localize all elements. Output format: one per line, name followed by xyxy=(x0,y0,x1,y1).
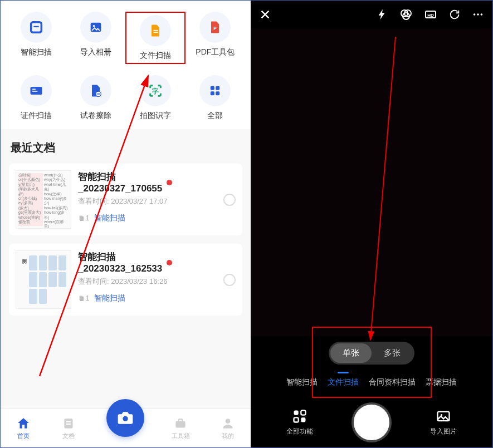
feature-label: 文件扫描 xyxy=(140,51,171,61)
scan-mode-tabs: 智能扫描文件扫描合同资料扫描票据扫描 xyxy=(251,373,492,392)
document-item[interactable]: 么时候)or(什么颜色)y(星期几)(年龄多大几岁)ch(多少钱)ey(多高)(… xyxy=(9,164,242,235)
feature-erase[interactable]: 试卷擦除 xyxy=(66,75,125,121)
bottom-navigation: 首页 文档 工具箱 我的 xyxy=(1,408,251,447)
feature-scan[interactable]: 智能扫描 xyxy=(6,12,66,64)
feature-grid[interactable]: 全部 xyxy=(186,75,245,121)
feature-ocr[interactable]: 字 拍图识字 xyxy=(125,75,185,121)
svg-rect-8 xyxy=(32,89,36,90)
feature-label: 导入相册 xyxy=(80,47,111,57)
close-icon[interactable] xyxy=(259,8,271,21)
document-page-count: 1 xyxy=(78,294,90,302)
scan-mode-tab[interactable]: 文件扫描 xyxy=(328,377,359,387)
feature-label: 证件扫描 xyxy=(21,111,52,121)
camera-controls: 单张 多张 智能扫描文件扫描合同资料扫描票据扫描 xyxy=(251,336,492,397)
unread-indicator xyxy=(167,260,172,265)
feature-label: 拍图识字 xyxy=(140,111,171,121)
document-subtitle: _20230323_162533 xyxy=(78,263,162,274)
camera-top-bar: HD xyxy=(251,1,492,28)
scan-mode-tab[interactable]: 合同资料扫描 xyxy=(369,377,416,387)
scan-icon xyxy=(21,12,52,43)
feature-idcard[interactable]: 证件扫描 xyxy=(6,75,66,121)
refresh-icon[interactable] xyxy=(448,8,461,21)
svg-line-36 xyxy=(370,37,396,340)
import-image-button[interactable]: 导入图片 xyxy=(430,408,457,436)
document-page-count: 1 xyxy=(78,214,90,222)
feature-file[interactable]: 文件扫描 xyxy=(125,12,185,64)
document-item[interactable]: 图文区别 智能扫描 _20230323_162533 查看时间: 2023/03… xyxy=(9,244,242,316)
document-thumbnail: 么时候)or(什么颜色)y(星期几)(年龄多大几岁)ch(多少钱)ey(多高)(… xyxy=(16,170,71,229)
camera-bottom-bar: 全部功能 导入图片 xyxy=(251,397,492,447)
svg-point-3 xyxy=(93,25,95,27)
nav-tools[interactable]: 工具箱 xyxy=(172,416,190,440)
image-icon xyxy=(80,12,111,43)
document-tag: 智能扫描 xyxy=(94,213,125,223)
svg-text:P: P xyxy=(214,26,217,31)
docs-icon xyxy=(61,416,76,431)
image-icon xyxy=(436,408,451,424)
recent-docs-title: 最近文档 xyxy=(1,129,251,164)
more-icon[interactable] xyxy=(472,8,484,21)
grid-icon xyxy=(292,408,307,424)
app-home-screen: 智能扫描 导入相册 文件扫描 P PDF工具包 证件扫描 试卷擦除 字 拍图识字… xyxy=(1,1,251,447)
svg-rect-5 xyxy=(154,32,158,33)
multi-page-toggle[interactable]: 多张 xyxy=(372,343,413,363)
annotation-arrow-right xyxy=(334,34,401,343)
document-select-radio[interactable] xyxy=(223,274,236,286)
svg-rect-24 xyxy=(179,419,183,421)
feature-label: 全部 xyxy=(207,111,223,121)
document-select-radio[interactable] xyxy=(223,194,236,206)
erase-icon xyxy=(80,75,111,106)
svg-rect-4 xyxy=(154,30,158,31)
svg-rect-21 xyxy=(66,421,71,422)
feature-label: PDF工具包 xyxy=(196,47,235,57)
svg-point-33 xyxy=(474,13,476,16)
svg-rect-22 xyxy=(66,424,71,425)
feature-pdf[interactable]: P PDF工具包 xyxy=(186,12,245,64)
ocr-icon: 字 xyxy=(140,75,171,106)
document-time: 查看时间: 2023/03/23 16:26 xyxy=(78,277,236,287)
all-features-button[interactable]: 全部功能 xyxy=(286,408,313,436)
toolbox-icon xyxy=(173,416,188,431)
scan-mode-tab[interactable]: 票据扫描 xyxy=(426,377,457,387)
svg-rect-15 xyxy=(216,91,220,95)
grid-icon xyxy=(199,75,231,106)
document-subtitle: _20230327_170655 xyxy=(78,183,162,194)
feature-grid: 智能扫描 导入相册 文件扫描 P PDF工具包 证件扫描 试卷擦除 字 拍图识字… xyxy=(1,1,251,129)
document-time: 查看时间: 2023/03/27 17:07 xyxy=(78,196,236,206)
feature-label: 试卷擦除 xyxy=(80,111,111,121)
svg-rect-17 xyxy=(80,216,84,221)
nav-mine[interactable]: 我的 xyxy=(221,416,235,440)
document-list: 么时候)or(什么颜色)y(星期几)(年龄多大几岁)ch(多少钱)ey(多高)(… xyxy=(1,164,251,408)
single-page-toggle[interactable]: 单张 xyxy=(330,343,372,363)
scan-mode-tab[interactable]: 智能扫描 xyxy=(286,377,318,387)
svg-rect-40 xyxy=(301,417,306,422)
feature-label: 智能扫描 xyxy=(21,47,52,57)
document-thumbnail: 图文区别 xyxy=(16,250,71,309)
svg-rect-19 xyxy=(80,297,84,301)
filter-icon[interactable] xyxy=(399,8,413,21)
svg-rect-38 xyxy=(301,411,306,415)
svg-rect-12 xyxy=(211,86,214,90)
pdf-icon: P xyxy=(199,12,231,43)
file-icon xyxy=(140,15,171,46)
svg-text:字: 字 xyxy=(152,87,159,95)
camera-viewfinder xyxy=(251,28,492,336)
person-icon xyxy=(221,416,235,431)
svg-rect-37 xyxy=(294,411,299,415)
home-icon xyxy=(16,416,31,431)
feature-image[interactable]: 导入相册 xyxy=(66,12,125,64)
document-title: 智能扫描 xyxy=(78,170,162,183)
shutter-button[interactable] xyxy=(352,402,392,442)
hd-icon[interactable]: HD xyxy=(424,8,437,21)
nav-home[interactable]: 首页 xyxy=(16,416,31,440)
nav-docs[interactable]: 文档 xyxy=(61,416,76,440)
unread-indicator xyxy=(167,180,172,185)
svg-point-26 xyxy=(123,416,128,421)
camera-scan-screen: HD 单张 多张 智能扫描文件扫描合同资料扫描票据扫描 xyxy=(251,1,492,447)
svg-text:HD: HD xyxy=(427,13,434,18)
svg-rect-39 xyxy=(294,417,299,422)
idcard-icon xyxy=(21,75,52,106)
camera-icon xyxy=(116,409,134,427)
flash-icon[interactable] xyxy=(376,8,388,21)
camera-fab-button[interactable] xyxy=(106,399,144,437)
